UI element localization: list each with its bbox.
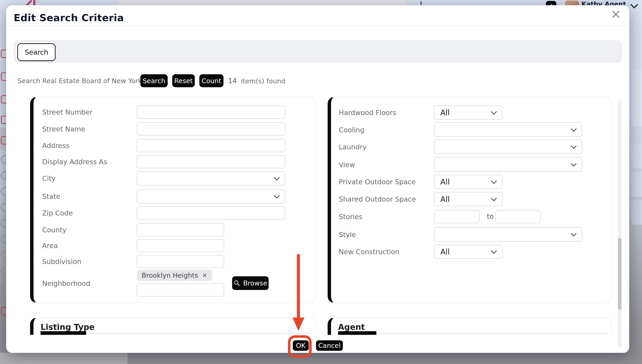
display-address-as-input[interactable] — [137, 155, 285, 168]
background-header-strip — [118, 0, 406, 5]
background-card — [631, 200, 642, 224]
chevron-down-icon — [571, 231, 576, 236]
view-select[interactable] — [434, 157, 582, 172]
section-divider — [338, 333, 607, 334]
field-label: Street Number — [42, 108, 92, 116]
new-construction-select[interactable]: All — [434, 245, 502, 259]
field-label: Style — [339, 231, 356, 239]
city-select[interactable] — [137, 171, 285, 186]
background-bottom-band — [0, 352, 128, 364]
count-button[interactable]: Count — [199, 74, 224, 87]
annotation-highlight-ring — [288, 335, 312, 358]
chevron-down-icon — [491, 178, 497, 184]
section-heading: Listing Type — [40, 322, 94, 332]
neighborhood-input[interactable] — [137, 283, 224, 296]
tab-search[interactable]: Search — [17, 43, 56, 61]
private-outdoor-space-select[interactable]: All — [434, 175, 502, 189]
field-label: Zip Code — [42, 209, 73, 217]
neighborhood-chip-label: Brooklyn Heights — [142, 272, 198, 279]
chevron-down-icon — [491, 109, 497, 114]
background-card — [631, 70, 642, 126]
chevron-down-icon — [274, 193, 280, 198]
field-label: Shared Outdoor Space — [339, 195, 416, 203]
field-label: Laundry — [339, 143, 366, 151]
section-tab-indicator — [338, 331, 376, 335]
agent-panel: Agent — [328, 318, 612, 335]
subdivision-input[interactable] — [137, 255, 224, 268]
zip-code-input[interactable] — [137, 206, 285, 220]
background-card — [631, 171, 642, 197]
street-name-input[interactable] — [137, 122, 285, 136]
field-label: County — [42, 226, 66, 234]
criteria-scroll-area: Street Number Street Name Address Displa… — [6, 94, 629, 335]
features-panel: Hardwood Floors All Cooling Laundry View… — [328, 97, 612, 303]
header-divider — [6, 26, 629, 26]
chevron-down-icon — [491, 248, 497, 254]
tab-search-label: Search — [24, 48, 48, 56]
field-label: Private Outdoor Space — [339, 178, 416, 186]
chevron-down-icon — [571, 143, 576, 149]
annotation-arrow — [292, 252, 307, 332]
select-value: All — [440, 178, 450, 186]
tab-bar: Search — [14, 40, 622, 63]
search-icon — [234, 280, 240, 286]
reset-button[interactable]: Reset — [172, 74, 195, 87]
close-icon — [610, 9, 621, 20]
field-label: View — [339, 161, 355, 169]
shared-outdoor-space-select[interactable]: All — [434, 192, 502, 206]
chip-remove-icon[interactable]: ✕ — [202, 272, 207, 279]
listing-type-panel: Listing Type — [30, 318, 316, 335]
area-input[interactable] — [137, 239, 224, 252]
background-divider — [420, 1, 422, 5]
address-input[interactable] — [137, 139, 285, 152]
stories-min-input[interactable] — [434, 210, 480, 223]
field-label: Area — [42, 242, 58, 250]
field-label: Neighborhood — [42, 280, 90, 288]
cancel-button[interactable]: Cancel — [316, 340, 343, 351]
field-label: Cooling — [339, 126, 364, 134]
result-count-suffix: item(s) found — [241, 77, 286, 85]
laundry-select[interactable] — [434, 140, 582, 154]
field-label: Address — [42, 142, 69, 150]
cooling-select[interactable] — [434, 122, 582, 137]
address-panel: Street Number Street Name Address Displa… — [30, 97, 316, 303]
field-label: Street Name — [42, 125, 85, 133]
stories-to-label: to — [487, 212, 494, 220]
scrollbar-thumb[interactable] — [618, 238, 622, 310]
county-input[interactable] — [137, 223, 224, 236]
hardwood-floors-select[interactable]: All — [434, 106, 502, 120]
chevron-down-icon — [491, 196, 497, 201]
street-number-input[interactable] — [137, 106, 285, 119]
browse-button[interactable]: Browse — [232, 276, 268, 290]
modal-title: Edit Search Criteria — [14, 12, 124, 24]
section-tab-indicator — [40, 331, 86, 335]
close-button[interactable] — [610, 9, 621, 20]
chevron-down-icon[interactable] — [630, 4, 638, 10]
field-label: Subdivision — [42, 258, 81, 266]
field-label: Display Address As — [42, 158, 107, 166]
field-label: New Construction — [339, 248, 399, 256]
state-select[interactable] — [137, 189, 285, 204]
field-label: State — [42, 192, 60, 200]
edit-search-criteria-modal: Edit Search Criteria Search Search Real … — [6, 5, 629, 353]
result-count: 14 — [228, 77, 237, 85]
select-value: All — [440, 247, 450, 256]
screen: 4 Kathy Agent Edit Search Criteria — [0, 0, 642, 364]
stories-max-input[interactable] — [495, 210, 541, 223]
chevron-down-icon — [274, 175, 280, 180]
search-scope-label: Search Real Estate Board of New York Cit… — [18, 77, 157, 85]
scrollbar-track[interactable] — [618, 100, 622, 347]
style-select[interactable] — [434, 227, 582, 242]
background-card — [631, 144, 642, 168]
field-label: Hardwood Floors — [339, 109, 396, 117]
section-heading: Agent — [338, 322, 365, 332]
field-label: City — [42, 174, 56, 182]
select-value: All — [440, 195, 450, 204]
chevron-down-icon — [571, 126, 576, 132]
chevron-down-icon — [571, 161, 576, 166]
neighborhood-chip[interactable]: Brooklyn Heights ✕ — [137, 270, 212, 281]
search-button[interactable]: Search — [140, 74, 168, 87]
tab-wrapper: Search — [16, 42, 56, 61]
browse-button-label: Browse — [243, 279, 267, 287]
select-value: All — [440, 108, 450, 117]
